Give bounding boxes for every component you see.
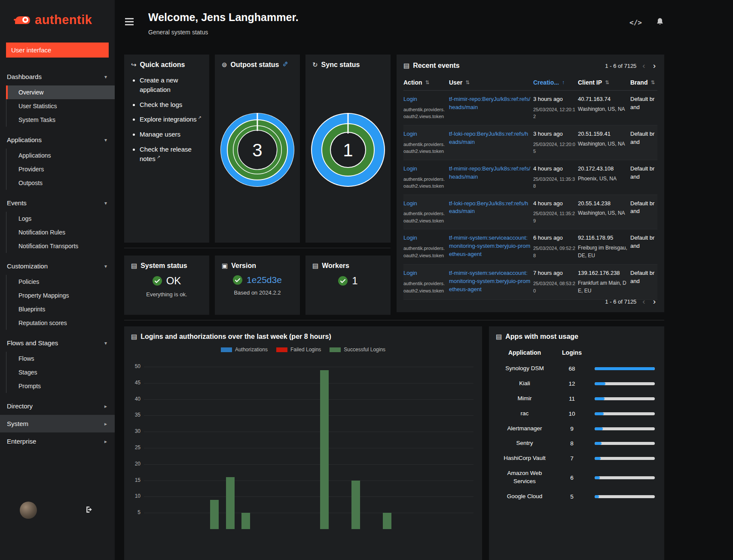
column-header-action[interactable]: Action⇅ (403, 79, 446, 86)
event-action-cell: Loginauthentik.providers.oauth2.views.to… (403, 95, 446, 120)
sidebar-section-customization[interactable]: Customization▾ (0, 257, 115, 275)
event-creation-cell: 4 hours ago25/03/2024, 11:35:29 (533, 200, 575, 225)
sidebar-section-system[interactable]: System▸ (0, 415, 115, 432)
sidebar-section-dashboards[interactable]: Dashboards▾ (0, 68, 115, 85)
sidebar-item-logs[interactable]: Logs (6, 212, 115, 225)
gridline (144, 513, 473, 513)
event-datetime: 25/03/2024, 11:35:38 (533, 176, 575, 190)
sidebar-section-applications[interactable]: Applications▾ (0, 131, 115, 149)
column-header-client-ip[interactable]: Client IP⇅ (578, 79, 628, 86)
event-user-link[interactable]: tf-mimir-system:serviceaccount:monitorin… (449, 234, 531, 259)
event-user-link[interactable]: tf-mimir-system:serviceaccount:monitorin… (449, 269, 531, 294)
sidebar-item-applications[interactable]: Applications (6, 149, 115, 162)
sort-icon[interactable]: ⇅ (425, 79, 430, 85)
menu-toggle-icon[interactable] (125, 16, 134, 27)
event-user-link[interactable]: tf-mimir-repo:BeryJu/k8s:ref:refs/heads/… (449, 165, 531, 181)
sidebar-item-system-tasks[interactable]: System Tasks (6, 113, 115, 127)
y-tick-label: 20 (128, 461, 140, 467)
avatar[interactable] (20, 502, 37, 519)
next-page-icon[interactable]: › (651, 297, 657, 306)
quick-action-explore-integrations[interactable]: Explore integrations↗ (140, 115, 202, 124)
column-header-creatio[interactable]: Creatio...↑ (533, 79, 575, 86)
sort-icon[interactable]: ⇅ (651, 79, 655, 85)
column-header-brand[interactable]: Brand⇅ (630, 79, 657, 86)
sidebar: authentik User interface Dashboards▾Over… (0, 0, 115, 560)
sidebar-item-policies[interactable]: Policies (6, 275, 115, 289)
sidebar-item-notification-rules[interactable]: Notification Rules (6, 225, 115, 239)
event-action-link[interactable]: Login (403, 234, 446, 242)
sidebar-item-notification-transports[interactable]: Notification Transports (6, 239, 115, 253)
sort-icon[interactable]: ⇅ (605, 79, 609, 85)
sort-icon[interactable]: ↑ (562, 79, 565, 85)
sidebar-item-prompts[interactable]: Prompts (6, 379, 115, 393)
sidebar-section-enterprise[interactable]: Enterprise▸ (0, 432, 115, 450)
usage-bar-track (595, 476, 655, 479)
app-name: Sentry (497, 439, 553, 447)
api-code-icon[interactable]: </> (629, 18, 642, 27)
table-row[interactable]: Loginauthentik.providers.oauth2.views.to… (403, 195, 657, 230)
outpost-link-icon[interactable] (282, 61, 288, 69)
event-action-link[interactable]: Login (403, 200, 446, 208)
pagination-label: 1 - 6 of 7125 (605, 298, 636, 305)
sidebar-section-flows-and-stages[interactable]: Flows and Stages▾ (0, 334, 115, 352)
legend-label: Successful Logins (344, 347, 385, 353)
sidebar-item-reputation-scores[interactable]: Reputation scores (6, 316, 115, 330)
sidebar-item-user-statistics[interactable]: User Statistics (6, 99, 115, 113)
user-interface-button[interactable]: User interface (6, 43, 109, 58)
events-rows: Loginauthentik.providers.oauth2.views.to… (403, 91, 657, 300)
sidebar-item-flows[interactable]: Flows (6, 352, 115, 365)
apps-column-logins[interactable]: Logins (553, 349, 591, 356)
sidebar-item-property-mappings[interactable]: Property Mappings (6, 289, 115, 302)
event-action-link[interactable]: Login (403, 165, 446, 173)
quick-actions-title: Quick actions (140, 61, 185, 69)
book-icon: ▤ (403, 62, 409, 70)
quick-action-label: Check the release notes (140, 146, 192, 162)
event-client-ip: 40.71.163.74 (578, 95, 628, 103)
sidebar-section-events[interactable]: Events▾ (0, 194, 115, 212)
app-name: HashiCorp Vault (497, 454, 553, 463)
table-row[interactable]: Loginauthentik.providers.oauth2.views.to… (403, 125, 657, 160)
table-row[interactable]: Loginauthentik.providers.oauth2.views.to… (403, 91, 657, 125)
outpost-donut-chart: 3 (215, 112, 300, 188)
outpost-status-title: Outpost status (231, 61, 279, 69)
app-login-count: 11 (553, 396, 591, 402)
quick-action-check-the-logs[interactable]: Check the logs (140, 100, 202, 110)
sidebar-item-blueprints[interactable]: Blueprints (6, 302, 115, 316)
event-clientip-cell: 92.116.178.95Freiburg im Breisgau, DE, E… (578, 234, 628, 259)
event-action-detail: authentik.providers.oauth2.views.token (403, 106, 446, 120)
sidebar-section-directory[interactable]: Directory▸ (0, 397, 115, 415)
chart-bar (320, 370, 329, 529)
event-datetime: 25/03/2024, 11:35:29 (533, 210, 575, 224)
event-brand: Default brand (630, 200, 657, 225)
sidebar-item-stages[interactable]: Stages (6, 365, 115, 379)
next-page-icon[interactable]: › (651, 61, 657, 70)
quick-action-manage-users[interactable]: Manage users (140, 130, 202, 139)
table-row[interactable]: Loginauthentik.providers.oauth2.views.to… (403, 160, 657, 195)
version-value-link[interactable]: 1e25d3e (247, 275, 282, 285)
sidebar-item-outposts[interactable]: Outposts (6, 176, 115, 190)
quick-action-create-a-new-application[interactable]: Create a new application (140, 76, 202, 94)
prev-page-icon[interactable]: ‹ (641, 61, 647, 70)
event-action-link[interactable]: Login (403, 269, 446, 277)
table-row[interactable]: Loginauthentik.providers.oauth2.views.to… (403, 229, 657, 265)
event-action-link[interactable]: Login (403, 130, 446, 138)
sidebar-item-overview[interactable]: Overview (6, 85, 115, 99)
section-label: Directory (7, 402, 33, 410)
logout-icon[interactable] (85, 505, 93, 515)
prev-page-icon[interactable]: ‹ (641, 297, 647, 306)
sidebar-item-providers[interactable]: Providers (6, 162, 115, 176)
logo-text: authentik (35, 13, 92, 27)
event-user-link[interactable]: tf-mimir-repo:BeryJu/k8s:ref:refs/heads/… (449, 95, 531, 112)
notifications-bell-icon[interactable] (656, 17, 664, 28)
event-user-link[interactable]: tf-loki-repo:BeryJu/k8s:ref:refs/heads/m… (449, 130, 531, 146)
apps-column-application[interactable]: Application (497, 349, 553, 356)
legend-item-failed-logins: Failed Logins (276, 347, 321, 353)
event-action-link[interactable]: Login (403, 95, 446, 103)
event-user-link[interactable]: tf-loki-repo:BeryJu/k8s:ref:refs/heads/m… (449, 200, 531, 216)
column-header-user[interactable]: User⇅ (449, 79, 531, 86)
sort-icon[interactable]: ⇅ (465, 79, 470, 85)
quick-action-check-the-release-notes[interactable]: Check the release notes↗ (140, 145, 202, 164)
y-tick-label: 25 (128, 444, 140, 450)
table-row[interactable]: Loginauthentik.providers.oauth2.views.to… (403, 265, 657, 300)
usage-bar-fill (595, 427, 603, 430)
